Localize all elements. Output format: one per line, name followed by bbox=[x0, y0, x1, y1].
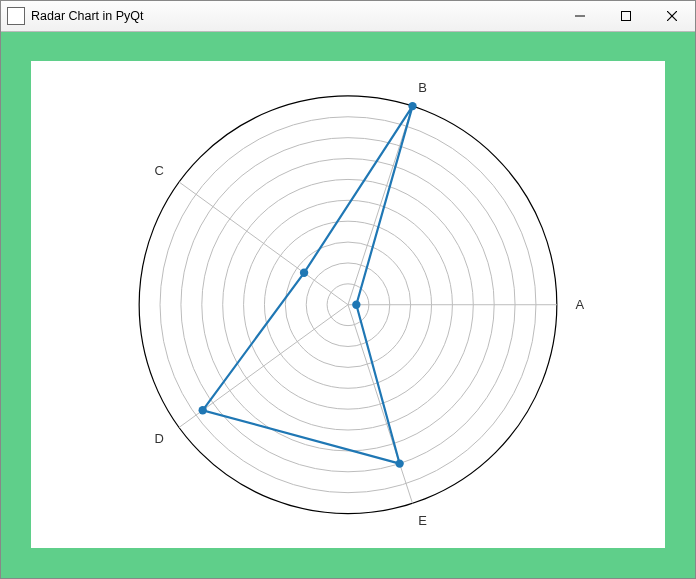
window-title: Radar Chart in PyQt bbox=[31, 9, 144, 23]
series-point-D bbox=[199, 406, 207, 414]
series-point-C bbox=[300, 269, 308, 277]
maximize-button[interactable] bbox=[603, 1, 649, 31]
window-controls bbox=[557, 1, 695, 31]
axis-label-A: A bbox=[576, 297, 585, 312]
series-line bbox=[203, 106, 413, 464]
close-icon bbox=[667, 11, 677, 21]
app-window: Radar Chart in PyQt ABCDE bbox=[0, 0, 696, 579]
series-point-A bbox=[352, 301, 360, 309]
axis-label-E: E bbox=[418, 513, 427, 528]
axis-label-C: C bbox=[154, 163, 163, 178]
svg-rect-1 bbox=[622, 12, 631, 21]
chart-canvas: ABCDE bbox=[31, 61, 665, 548]
titlebar[interactable]: Radar Chart in PyQt bbox=[1, 1, 695, 32]
radar-chart: ABCDE bbox=[31, 61, 665, 548]
series-point-B bbox=[408, 102, 416, 110]
axis-label-B: B bbox=[418, 80, 427, 95]
close-button[interactable] bbox=[649, 1, 695, 31]
app-icon bbox=[7, 7, 25, 25]
minimize-icon bbox=[575, 11, 585, 21]
content-frame: ABCDE bbox=[19, 49, 677, 560]
axis-label-D: D bbox=[154, 431, 163, 446]
series-point-E bbox=[395, 459, 403, 467]
maximize-icon bbox=[621, 11, 631, 21]
minimize-button[interactable] bbox=[557, 1, 603, 31]
